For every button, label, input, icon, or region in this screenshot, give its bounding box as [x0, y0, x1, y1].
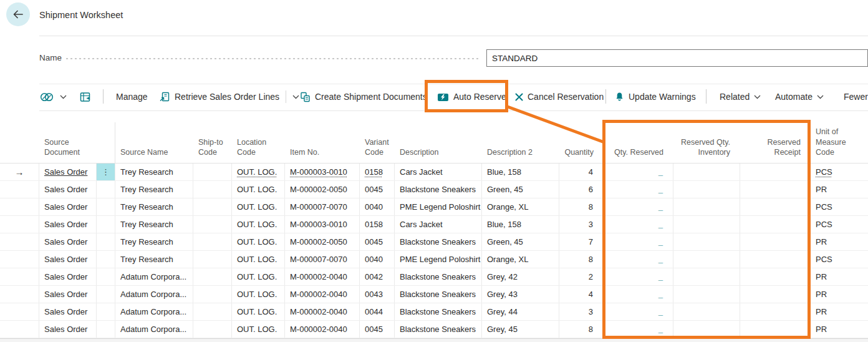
cell-source-name[interactable]: Trey Research [115, 164, 193, 180]
cell-reserved-qty-inventory[interactable] [673, 198, 740, 215]
row-selector-cell[interactable]: → [0, 164, 39, 180]
cell-unit-of-measure[interactable]: PR [811, 303, 868, 320]
cell-reserved-receipt[interactable] [740, 268, 811, 285]
cell-description-2[interactable]: Grey, 44 [482, 303, 559, 320]
row-selector-cell[interactable] [0, 216, 39, 233]
row-selector-cell[interactable] [0, 233, 39, 250]
cell-unit-of-measure[interactable]: PR [811, 286, 868, 303]
cell-reserved-qty-inventory[interactable] [673, 251, 740, 268]
name-input[interactable] [486, 49, 868, 67]
views-menu-button[interactable] [40, 83, 67, 110]
table-row[interactable]: Sales OrderAdatum Corpora...OUT. LOG.M-0… [0, 286, 868, 303]
table-row[interactable]: Sales OrderTrey ResearchOUT. LOG.M-00000… [0, 216, 868, 233]
cell-ship-to-code[interactable] [193, 164, 232, 180]
back-button[interactable] [6, 2, 30, 26]
cell-description-2[interactable]: Blue, 158 [482, 164, 559, 180]
header-ship-to-code[interactable]: Ship-to Code [193, 122, 232, 163]
cell-source-document[interactable]: Sales Order [39, 198, 97, 215]
cell-description-2[interactable]: Orange, XL [482, 198, 559, 215]
row-menu-cell[interactable] [97, 198, 115, 215]
table-row[interactable]: Sales OrderAdatum Corpora...OUT. LOG.M-0… [0, 321, 868, 338]
cell-source-document[interactable]: Sales Order [39, 286, 97, 303]
cell-unit-of-measure[interactable]: PCS [811, 164, 868, 180]
header-variant-code[interactable]: Variant Code [360, 122, 395, 163]
cell-variant-code[interactable]: 0158 [360, 216, 395, 233]
table-row[interactable]: Sales OrderAdatum Corpora...OUT. LOG.M-0… [0, 303, 868, 321]
cell-source-document[interactable]: Sales Order [39, 268, 97, 285]
cell-source-document[interactable]: Sales Order [39, 164, 97, 180]
cell-ship-to-code[interactable] [193, 198, 232, 215]
cell-description[interactable]: PME Legend Poloshirt [395, 251, 482, 268]
header-quantity[interactable]: Quantity [559, 122, 604, 163]
cell-reserved-qty-inventory[interactable] [673, 303, 740, 320]
header-reserved-qty-inventory[interactable]: Reserved Qty. Inventory [673, 122, 740, 163]
cell-variant-code[interactable]: 0045 [360, 233, 395, 250]
cell-variant-code[interactable]: 0045 [360, 181, 395, 198]
cell-quantity[interactable]: 4 [559, 164, 604, 180]
cell-ship-to-code[interactable] [193, 286, 232, 303]
empty-reserved-value-link[interactable]: _ [604, 164, 663, 180]
cell-description[interactable]: Cars Jacket [395, 216, 482, 233]
edit-list-button[interactable] [80, 83, 91, 110]
cell-description-2[interactable]: Green, 45 [482, 233, 559, 250]
row-menu-cell[interactable] [97, 251, 115, 268]
cell-ship-to-code[interactable] [193, 303, 232, 320]
cell-qty-reserved[interactable]: _ [604, 303, 673, 320]
cell-reserved-receipt[interactable] [740, 251, 811, 268]
table-row[interactable]: Sales OrderAdatum Corpora...OUT. LOG.M-0… [0, 268, 868, 286]
cell-item-no[interactable]: M-000002-0050 [285, 233, 360, 250]
cell-item-no[interactable]: M-000003-0010 [285, 216, 360, 233]
cell-item-no[interactable]: M-000002-0050 [285, 181, 360, 198]
row-selector-cell[interactable] [0, 321, 39, 338]
fewer-options-button[interactable]: Fewer o [844, 83, 868, 110]
header-location-code[interactable]: Location Code [232, 122, 285, 163]
cell-location-code[interactable]: OUT. LOG. [232, 181, 285, 198]
cell-ship-to-code[interactable] [193, 251, 232, 268]
cell-source-name[interactable]: Trey Research [115, 251, 193, 268]
cell-ship-to-code[interactable] [193, 268, 232, 285]
row-selector-cell[interactable] [0, 181, 39, 198]
empty-reserved-value-link[interactable]: _ [604, 216, 663, 233]
cell-location-code[interactable]: OUT. LOG. [232, 303, 285, 320]
row-selector-cell[interactable] [0, 268, 39, 285]
cell-source-name[interactable]: Trey Research [115, 216, 193, 233]
row-menu-cell[interactable] [97, 216, 115, 233]
cell-location-code[interactable]: OUT. LOG. [232, 268, 285, 285]
cell-source-name[interactable]: Trey Research [115, 233, 193, 250]
cell-variant-code[interactable]: 0045 [360, 321, 395, 338]
empty-reserved-value-link[interactable]: _ [604, 321, 663, 338]
cell-qty-reserved[interactable]: _ [604, 198, 673, 215]
empty-reserved-value-link[interactable]: _ [604, 233, 663, 250]
cell-ship-to-code[interactable] [193, 216, 232, 233]
row-selector-cell[interactable] [0, 251, 39, 268]
cell-qty-reserved[interactable]: _ [604, 268, 673, 285]
cell-description[interactable]: Blackstone Sneakers [395, 286, 482, 303]
cell-source-document[interactable]: Sales Order [39, 216, 97, 233]
cell-quantity[interactable]: 2 [559, 268, 604, 285]
cell-qty-reserved[interactable]: _ [604, 181, 673, 198]
cell-item-no[interactable]: M-000002-0040 [285, 321, 360, 338]
cell-unit-of-measure[interactable]: PR [811, 181, 868, 198]
empty-reserved-value-link[interactable]: _ [604, 251, 663, 268]
cell-reserved-qty-inventory[interactable] [673, 268, 740, 285]
cell-description[interactable]: Blackstone Sneakers [395, 321, 482, 338]
cell-description-2[interactable]: Green, 45 [482, 181, 559, 198]
header-qty-reserved[interactable]: Qty. Reserved [604, 122, 673, 163]
cell-reserved-qty-inventory[interactable] [673, 216, 740, 233]
empty-reserved-value-link[interactable]: _ [604, 181, 663, 198]
cell-variant-code[interactable]: 0042 [360, 268, 395, 285]
cell-reserved-qty-inventory[interactable] [673, 321, 740, 338]
empty-reserved-value-link[interactable]: _ [604, 286, 663, 303]
cell-qty-reserved[interactable]: _ [604, 164, 673, 180]
cell-source-document[interactable]: Sales Order [39, 321, 97, 338]
cell-description-2[interactable]: Blue, 158 [482, 216, 559, 233]
chevron-down-icon[interactable] [292, 95, 299, 99]
cell-item-no[interactable]: M-000002-0040 [285, 303, 360, 320]
row-menu-cell[interactable] [97, 233, 115, 250]
header-unit-of-measure[interactable]: Unit of Measure Code [811, 122, 868, 163]
cell-unit-of-measure[interactable]: PR [811, 321, 868, 338]
cell-description[interactable]: Blackstone Sneakers [395, 181, 482, 198]
cell-reserved-receipt[interactable] [740, 216, 811, 233]
header-description[interactable]: Description [395, 122, 482, 163]
cell-description[interactable]: Blackstone Sneakers [395, 303, 482, 320]
